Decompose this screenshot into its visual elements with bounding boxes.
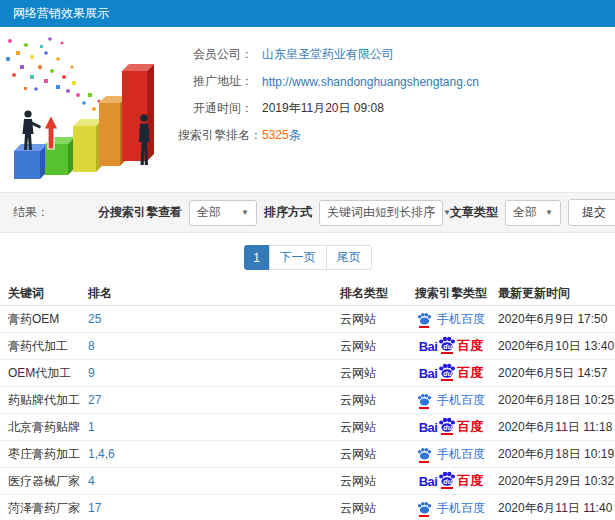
baidu-logo-du: du xyxy=(443,370,452,377)
chevron-down-icon: ▼ xyxy=(537,208,553,217)
engine-view-label: 分搜索引擎查看 xyxy=(98,204,182,221)
baidu-logo-name: 百度 xyxy=(457,418,483,436)
keyword-cell: 枣庄膏药加工 xyxy=(0,446,88,463)
engine-rank-row: 搜索引擎排名： 5325条 xyxy=(178,122,615,149)
rank-type-cell: 云网站 xyxy=(340,392,404,409)
paw-underline xyxy=(441,352,453,354)
table-row: 膏药代加工 8 云网站 Bai du 百度 2020年6月10日 13:40 xyxy=(0,333,615,360)
article-type-selected: 全部 xyxy=(513,204,537,221)
engine-cell: Bai du 百度 xyxy=(404,336,498,356)
paw-underline xyxy=(441,433,453,435)
rank-unit[interactable]: 条 xyxy=(289,128,301,142)
baidu-logo-bai: Bai xyxy=(419,474,438,489)
header-rank-type: 排名类型 xyxy=(340,285,404,302)
baidu-paw-icon: du xyxy=(438,336,456,352)
page-title: 网络营销效果展示 xyxy=(13,5,109,22)
engine-view-selected: 全部 xyxy=(197,204,221,221)
next-page-button[interactable]: 下一页 xyxy=(269,245,327,270)
paw-underline xyxy=(419,326,429,328)
engine-view-select[interactable]: 全部 ▼ xyxy=(189,200,257,226)
mobile-baidu-logo: 手机百度 xyxy=(417,392,485,409)
table-row: 北京膏药贴牌 1 云网站 Bai du 百度 2020年6月11日 11:18 xyxy=(0,414,615,441)
engine-cell: Bai du 百度 xyxy=(404,417,498,437)
update-time-cell: 2020年6月11日 11:40 xyxy=(498,500,615,517)
keyword-cell: 菏泽膏药厂家 xyxy=(0,500,88,517)
mobile-baidu-logo: 手机百度 xyxy=(417,500,485,517)
header-engine-type: 搜索引擎类型 xyxy=(404,285,498,302)
chevron-down-icon: ▼ xyxy=(435,208,451,217)
promo-url-row: 推广地址： http://www.shandonghuangshengtang.… xyxy=(178,68,615,95)
baidu-logo-bai: Bai xyxy=(419,339,438,354)
baidu-paw-icon: du xyxy=(438,417,456,433)
update-time-cell: 2020年6月11日 11:18 xyxy=(498,419,615,436)
paw-underline xyxy=(419,461,429,463)
keyword-cell: 北京膏药贴牌 xyxy=(0,419,88,436)
mobile-baidu-logo: 手机百度 xyxy=(417,446,485,463)
rank-link[interactable]: 1,4,6 xyxy=(88,447,115,461)
rank-link[interactable]: 9 xyxy=(88,366,95,380)
baidu-logo: Bai du 百度 xyxy=(419,363,484,383)
confetti-decoration xyxy=(6,37,101,111)
member-company-link[interactable]: 山东皇圣堂药业有限公司 xyxy=(262,46,394,63)
baidu-logo-du: du xyxy=(443,424,452,431)
filter-controls: 分搜索引擎查看 全部 ▼ 排序方式 关键词由短到长排序 ▼ 文章类型 全部 ▼ … xyxy=(98,199,615,226)
page-header-bar: 网络营销效果展示 xyxy=(0,0,615,27)
rank-link[interactable]: 8 xyxy=(88,339,95,353)
keyword-cell: OEM代加工 xyxy=(0,365,88,382)
keyword-cell: 药贴牌代加工 xyxy=(0,392,88,409)
update-time-cell: 2020年6月18日 10:25 xyxy=(498,392,615,409)
paw-underline xyxy=(441,379,453,381)
keyword-cell: 膏药OEM xyxy=(0,311,88,328)
baidu-logo-bai: Bai xyxy=(419,420,438,435)
rank-link[interactable]: 25 xyxy=(88,312,101,326)
engine-cell: 手机百度 xyxy=(404,500,498,517)
table-body: 膏药OEM 25 云网站 手机百度 2020年6月9日 17:50 膏药代加工 … xyxy=(0,306,615,520)
update-time-cell: 2020年6月18日 10:19 xyxy=(498,446,615,463)
table-header-row: 关键词 排名 排名类型 搜索引擎类型 最新更新时间 xyxy=(0,282,615,306)
baidu-logo-name: 百度 xyxy=(457,364,483,382)
mobile-baidu-label: 手机百度 xyxy=(437,500,485,517)
baidu-paw-icon xyxy=(417,501,432,516)
last-page-button[interactable]: 尾页 xyxy=(326,245,372,270)
baidu-paw-icon: du xyxy=(438,363,456,379)
baidu-logo-name: 百度 xyxy=(457,337,483,355)
baidu-logo-name: 百度 xyxy=(457,472,483,490)
rank-link[interactable]: 4 xyxy=(88,474,95,488)
article-type-select[interactable]: 全部 ▼ xyxy=(505,200,561,226)
rank-link[interactable]: 1 xyxy=(88,420,95,434)
submit-button[interactable]: 提交 xyxy=(568,199,615,226)
header-rank: 排名 xyxy=(88,285,340,302)
baidu-logo-bai: Bai xyxy=(419,366,438,381)
rank-type-cell: 云网站 xyxy=(340,500,404,517)
mobile-baidu-label: 手机百度 xyxy=(437,311,485,328)
header-keyword: 关键词 xyxy=(0,285,88,302)
rank-type-cell: 云网站 xyxy=(340,473,404,490)
keyword-cell: 膏药代加工 xyxy=(0,338,88,355)
rank-type-cell: 云网站 xyxy=(340,446,404,463)
rank-link[interactable]: 17 xyxy=(88,501,101,515)
growth-bar-chart-illustration xyxy=(0,31,192,189)
rank-type-cell: 云网站 xyxy=(340,365,404,382)
table-row: 药贴牌代加工 27 云网站 手机百度 2020年6月18日 10:25 xyxy=(0,387,615,414)
bar-red xyxy=(122,64,154,161)
baidu-paw-icon xyxy=(417,312,432,327)
update-time-cell: 2020年6月5日 14:57 xyxy=(498,365,615,382)
sort-select[interactable]: 关键词由短到长排序 ▼ xyxy=(319,200,443,226)
page-1-button[interactable]: 1 xyxy=(244,245,270,270)
paw-underline xyxy=(419,407,429,409)
engine-rank-value: 5325条 xyxy=(262,127,301,144)
engine-cell: 手机百度 xyxy=(404,446,498,463)
promo-url-link[interactable]: http://www.shandonghuangshengtang.cn xyxy=(262,75,479,89)
pagination: 1 下一页 尾页 xyxy=(0,233,615,282)
baidu-logo: Bai du 百度 xyxy=(419,336,484,356)
filter-bar: 结果： 分搜索引擎查看 全部 ▼ 排序方式 关键词由短到长排序 ▼ 文章类型 全… xyxy=(0,192,615,233)
results-table: 关键词 排名 排名类型 搜索引擎类型 最新更新时间 膏药OEM 25 云网站 手… xyxy=(0,282,615,520)
result-label: 结果： xyxy=(13,204,49,221)
member-company-row: 会员公司： 山东皇圣堂药业有限公司 xyxy=(178,41,615,68)
rank-type-cell: 云网站 xyxy=(340,419,404,436)
rank-link[interactable]: 27 xyxy=(88,393,101,407)
engine-cell: 手机百度 xyxy=(404,392,498,409)
update-time-cell: 2020年6月10日 13:40 xyxy=(498,338,615,355)
rank-type-cell: 云网站 xyxy=(340,338,404,355)
baidu-paw-icon xyxy=(417,393,432,408)
